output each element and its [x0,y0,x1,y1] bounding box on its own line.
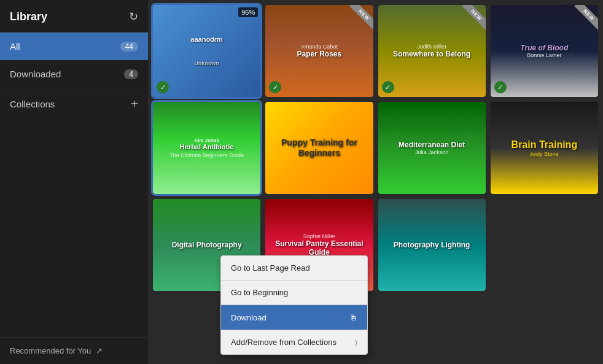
book-cover-4: True of Blood Bonnie Lamer ✓ [491,5,598,97]
book-cover-1: aaanodrm Unknown 96% ✓ [153,5,260,97]
new-badge-4 [567,5,598,36]
book-title-5: Herbal Antibiotic [180,143,234,151]
check-badge-4: ✓ [494,81,507,93]
book-subtitle-5: The Ultimate Beginners Guide [169,152,244,158]
book-title-3: Somewhere to Belong [393,50,470,58]
context-menu-beginning-label: Go to Beginning [231,288,288,297]
context-menu-collections-label: Add/Remove from Collections [231,338,337,347]
sidebar-item-all-label: All [10,41,20,52]
book-title-10: Survival Pantry Essential Guide [269,239,369,257]
book-card-8[interactable]: Brain Training Andy Stone [491,102,598,194]
external-link-icon: ↗ [96,346,103,355]
book-card-11[interactable]: Photography Lighting [378,199,486,291]
book-cover-11: Photography Lighting [378,199,486,291]
book-card-1[interactable]: aaanodrm Unknown 96% ✓ [153,5,260,97]
book-cover-8: Brain Training Andy Stone [491,102,598,194]
book-cover-bg-4: True of Blood Bonnie Lamer [491,5,598,97]
sidebar-item-downloaded-badge: 4 [124,69,138,79]
check-badge-3: ✓ [382,81,394,93]
book-cover-7: Mediterranean Diet Julia Jackson [378,102,486,194]
book-title-6: Puppy Training for Beginners [269,137,369,158]
context-menu-item-beginning[interactable]: Go to Beginning [221,281,367,304]
book-cover-2: Amanda Cabot Paper Roses ✓ [265,5,373,97]
sidebar-item-downloaded-label: Downloaded [10,69,61,79]
book-cover-3: Judith Miller Somewhere to Belong ✓ [378,5,486,97]
book-author-5: Kim Jones [194,137,219,143]
book-cover-bg-7: Mediterranean Diet Julia Jackson [378,102,486,194]
book-cover-bg-11: Photography Lighting [378,199,486,291]
book-cover-bg-6: Puppy Training for Beginners [265,102,373,194]
refresh-icon[interactable]: ↻ [129,10,138,23]
book-title-1: aaanodrm [188,33,225,45]
book-title-7: Mediterranean Diet [399,141,465,149]
sidebar-item-collections-label: Collections [10,99,55,109]
context-menu-item-last-page[interactable]: Go to Last Page Read [221,256,367,280]
sidebar-item-all-badge: 44 [120,42,138,52]
book-card-7[interactable]: Mediterranean Diet Julia Jackson [378,102,486,194]
recommended-link[interactable]: Recommended for You [10,346,91,355]
book-cover-5: Kim Jones Herbal Antibiotic The Ultimate… [153,102,260,194]
plus-icon[interactable]: + [131,97,138,111]
main-content: aaanodrm Unknown 96% ✓ Amanda Cabot Pape… [148,0,603,364]
book-cover-bg-2: Amanda Cabot Paper Roses [265,5,373,97]
context-menu-item-collections[interactable]: Add/Remove from Collections 〉 [221,330,367,354]
book-subtitle-1: Unknown [192,58,222,69]
book-cover-bg-8: Brain Training Andy Stone [491,102,598,194]
book-card-2[interactable]: Amanda Cabot Paper Roses ✓ [265,5,373,97]
book-author-4: Bonnie Lamer [527,52,561,58]
book-card-4[interactable]: True of Blood Bonnie Lamer ✓ [491,5,598,97]
book-card-3[interactable]: Judith Miller Somewhere to Belong ✓ [378,5,486,97]
sidebar-nav: All 44 Downloaded 4 Collections + [0,33,148,337]
book-title-2: Paper Roses [297,50,342,58]
new-badge-2 [343,5,373,36]
book-cover-bg-5: Kim Jones Herbal Antibiotic The Ultimate… [153,102,260,194]
book-author-8: Andy Stone [530,151,559,157]
cursor-icon: 🖱 [349,312,357,322]
sidebar-item-all[interactable]: All 44 [0,33,148,60]
book-title-9: Digital Photography [172,241,242,249]
sidebar-item-collections[interactable]: Collections + [0,88,148,120]
book-author-2: Amanda Cabot [301,44,338,50]
progress-badge-1: 96% [238,7,258,17]
sidebar-footer[interactable]: Recommended for You ↗ [0,337,148,364]
books-grid: aaanodrm Unknown 96% ✓ Amanda Cabot Pape… [148,0,603,296]
book-card-5[interactable]: Kim Jones Herbal Antibiotic The Ultimate… [153,102,260,194]
context-menu-last-page-label: Go to Last Page Read [231,263,310,273]
book-title-4: True of Blood [520,44,568,52]
context-menu: Go to Last Page Read Go to Beginning Dow… [220,255,368,355]
book-cover-bg-1: aaanodrm Unknown [153,5,260,97]
book-cover-bg-3: Judith Miller Somewhere to Belong [378,5,486,97]
book-cover-6: Puppy Training for Beginners [265,102,373,194]
new-badge-3 [455,5,486,36]
book-card-6[interactable]: Puppy Training for Beginners [265,102,373,194]
context-menu-item-download[interactable]: Download 🖱 [221,305,367,330]
sidebar: Library ↻ All 44 Downloaded 4 Collection… [0,0,148,364]
sidebar-title: Library [10,10,47,23]
chevron-right-icon: 〉 [355,338,357,347]
sidebar-item-downloaded[interactable]: Downloaded 4 [0,60,148,88]
sidebar-header: Library ↻ [0,0,148,33]
book-title-11: Photography Lighting [394,241,470,249]
book-author-3: Judith Miller [417,44,446,50]
book-title-8: Brain Training [512,139,578,150]
context-menu-download-label: Download [231,313,266,322]
book-author-7: Julia Jackson [415,149,448,155]
book-author-10: Sophie Miller [303,233,335,239]
check-badge-1: ✓ [157,81,169,93]
